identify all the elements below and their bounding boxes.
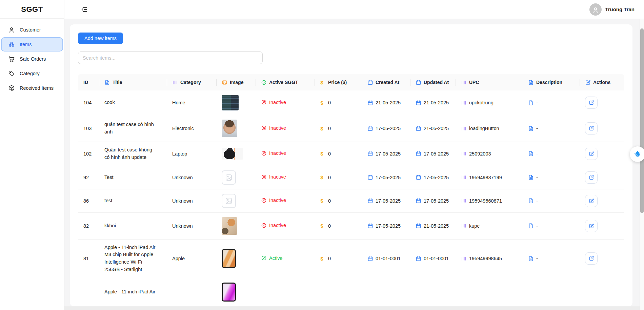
cell-value: 195949560871 — [469, 198, 502, 204]
cell-active-status — [256, 278, 315, 306]
column-header-id: ID — [78, 74, 99, 90]
cell-category: Unknown — [167, 166, 216, 189]
edit-item-button[interactable] — [585, 195, 598, 207]
cell-value: 17-05-2025 — [376, 223, 401, 229]
column-label: Price ($) — [328, 80, 347, 85]
calendar-icon — [416, 100, 421, 106]
file-text-icon — [528, 198, 534, 204]
cell-actions — [580, 278, 624, 306]
cell-value: - — [536, 126, 538, 131]
status-badge: Inactive — [261, 223, 286, 228]
cell-value: 01-01-0001 — [424, 256, 449, 261]
cell-value: - — [536, 100, 538, 105]
edit-item-button[interactable] — [585, 252, 598, 265]
column-header-updated_at: Updated At — [410, 74, 456, 90]
search-input[interactable] — [78, 51, 263, 64]
cell-value: 21-05-2025 — [424, 223, 449, 229]
cell-value: 0 — [328, 175, 331, 180]
sidebar-nav: CustomerItemsSale OrdersCategoryReceived… — [0, 19, 64, 95]
topbar: Truong Tran — [64, 0, 644, 19]
check-circle-icon — [261, 255, 267, 261]
item-thumbnail-code-screenshot — [222, 95, 239, 110]
cell-image — [216, 115, 256, 142]
column-label: Updated At — [424, 80, 449, 85]
cell-value: loadingButton — [469, 126, 499, 131]
status-badge: Inactive — [261, 125, 286, 131]
status-label: Inactive — [269, 174, 286, 180]
vertical-scrollbar[interactable] — [640, 19, 644, 310]
status-label: Inactive — [269, 150, 286, 156]
sidebar-item-items[interactable]: Items — [1, 37, 63, 51]
cell-value: kupc — [469, 223, 480, 229]
menu-fold-icon — [81, 6, 88, 13]
column-label: Actions — [593, 80, 610, 85]
edit-item-button[interactable] — [585, 171, 598, 184]
cell-actions — [580, 212, 624, 239]
edit-item-button[interactable] — [585, 122, 598, 135]
cell-image — [216, 212, 256, 239]
sidebar-item-category[interactable]: Category — [1, 66, 63, 81]
calendar-icon — [416, 151, 421, 157]
cell-value: 17-05-2025 — [424, 151, 449, 157]
cell-category: Unknown — [167, 212, 216, 239]
table-row: 92TestUnknownInactive$017-05-202517-05-2… — [78, 166, 624, 189]
cell-category: Unknown — [167, 189, 216, 212]
cell-image — [216, 142, 256, 166]
calendar-icon — [367, 151, 373, 157]
cell-image — [216, 166, 256, 189]
sidebar-item-customer[interactable]: Customer — [1, 23, 63, 37]
cell-title: Test — [99, 166, 167, 189]
image-placeholder-icon — [225, 197, 233, 205]
items-icon — [8, 41, 15, 48]
cell-actions — [580, 142, 624, 166]
item-thumbnail-ipad-starlight — [222, 249, 236, 268]
column-header-image: Image — [216, 74, 256, 90]
package-check-icon — [8, 85, 15, 91]
cell-id: 82 — [78, 212, 99, 239]
calendar-icon — [367, 126, 373, 131]
dollar-icon: $ — [320, 198, 326, 204]
edit-item-button[interactable] — [585, 220, 598, 232]
dollar-icon: $ — [320, 80, 326, 85]
cell-category: Electronic — [167, 115, 216, 142]
table-row: 81Apple - 11-inch iPad Air M3 chip Built… — [78, 239, 624, 278]
column-label: ID — [83, 80, 88, 85]
cell-title: quân test case có hình ảnh — [99, 115, 167, 142]
floating-translate-widget[interactable] — [630, 146, 644, 162]
sidebar-item-sale-orders[interactable]: Sale Orders — [1, 52, 63, 66]
add-new-items-button[interactable]: Add new items — [78, 33, 123, 44]
user-menu[interactable]: Truong Tran — [589, 3, 635, 16]
calendar-icon — [367, 198, 373, 204]
file-text-icon — [528, 151, 534, 157]
cell-title: test — [99, 189, 167, 212]
item-thumbnail-portrait-photo — [222, 120, 237, 137]
cell-value: 17-05-2025 — [376, 175, 401, 180]
sidebar-item-received-items[interactable]: Received Items — [1, 81, 63, 95]
sidebar: SGGT CustomerItemsSale OrdersCategoryRec… — [0, 0, 64, 310]
cell-category: Apple — [167, 239, 216, 278]
table-row: 103quân test case có hình ảnhElectronicI… — [78, 115, 624, 142]
table-row: 104cookHomeInactive$021-05-202521-05-202… — [78, 90, 624, 115]
column-header-price: $Price ($) — [315, 74, 362, 90]
edit-icon — [589, 175, 594, 180]
cell-value: 0 — [328, 126, 331, 131]
column-header-category: Category — [167, 74, 216, 90]
scrollbar-thumb[interactable] — [640, 28, 644, 213]
customer-icon — [8, 26, 15, 33]
status-badge: Inactive — [261, 99, 286, 105]
horizontal-scrollbar[interactable] — [64, 306, 640, 310]
sidebar-item-label: Items — [20, 42, 32, 47]
x-circle-icon — [261, 125, 267, 131]
edit-item-button[interactable] — [585, 97, 598, 109]
edit-item-button[interactable] — [585, 148, 598, 160]
cell-id — [78, 278, 99, 306]
column-label: Active SGGT — [269, 80, 298, 85]
column-header-upc: UPC — [456, 74, 523, 90]
cell-id: 86 — [78, 189, 99, 212]
sidebar-item-label: Category — [20, 71, 40, 76]
cell-title: Quân test case không có hình ảnh update — [99, 142, 167, 166]
barcode-icon — [461, 126, 467, 131]
column-header-description: Description — [523, 74, 580, 90]
calendar-icon — [416, 174, 421, 180]
sidebar-collapse-button[interactable] — [81, 5, 89, 14]
